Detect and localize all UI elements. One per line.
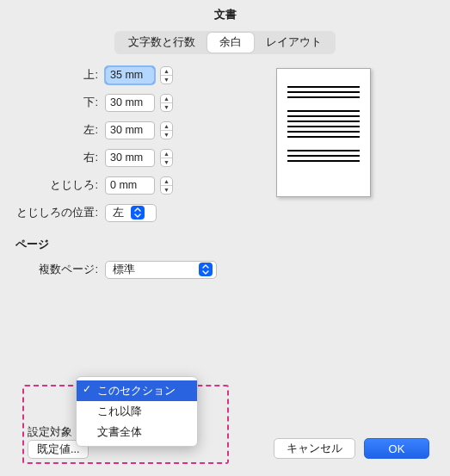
select-arrows-icon: [199, 263, 213, 276]
input-gutter[interactable]: 0 mm: [105, 176, 155, 195]
stepper-bottom[interactable]: ▲ ▼: [160, 94, 173, 112]
stepper-gutter[interactable]: ▲ ▼: [160, 176, 173, 195]
select-gutter-pos-value: 左: [113, 206, 124, 220]
input-bottom[interactable]: 30 mm: [105, 94, 155, 112]
ok-button[interactable]: OK: [364, 438, 429, 459]
input-right[interactable]: 30 mm: [105, 149, 155, 167]
dialog-title: 文書: [0, 0, 450, 31]
chevron-down-icon[interactable]: ▼: [161, 186, 172, 194]
cancel-button[interactable]: キャンセル: [274, 438, 355, 459]
chevron-down-icon[interactable]: ▼: [161, 131, 172, 139]
select-arrows-icon: [131, 206, 145, 219]
section-pages: ページ: [15, 237, 435, 252]
label-right: 右:: [15, 150, 105, 165]
select-gutter-pos[interactable]: 左: [105, 204, 157, 222]
stepper-right[interactable]: ▲ ▼: [160, 149, 173, 167]
label-gutter-pos: とじしろの位置:: [15, 205, 105, 220]
tab-margins[interactable]: 余白: [207, 33, 254, 53]
select-multi-page[interactable]: 標準: [105, 261, 217, 279]
content-area: 上: 35 mm ▲ ▼ 下: 30 mm ▲ ▼ 左:: [0, 65, 450, 280]
popup-item-from-here[interactable]: これ以降: [77, 401, 197, 422]
popup-item-this-section[interactable]: このセクション: [77, 380, 197, 401]
popup-item-whole-doc[interactable]: 文書全体: [77, 422, 197, 442]
page-preview: [276, 68, 371, 197]
chevron-up-icon[interactable]: ▲: [161, 177, 172, 186]
chevron-down-icon[interactable]: ▼: [161, 158, 172, 166]
chevron-up-icon[interactable]: ▲: [161, 150, 172, 158]
tab-bar: 文字数と行数 余白 レイアウト: [0, 31, 450, 54]
label-multi-page: 複数ページ:: [15, 262, 105, 277]
tab-chars[interactable]: 文字数と行数: [116, 33, 207, 53]
label-apply-to: 設定対象: [28, 424, 72, 440]
tab-layout[interactable]: レイアウト: [254, 33, 334, 53]
chevron-down-icon[interactable]: ▼: [161, 76, 172, 83]
chevron-up-icon[interactable]: ▲: [161, 95, 172, 103]
label-top: 上:: [15, 67, 105, 83]
chevron-up-icon[interactable]: ▲: [161, 122, 172, 131]
select-multi-page-value: 標準: [113, 263, 135, 277]
tab-segmented: 文字数と行数 余白 レイアウト: [114, 31, 336, 54]
label-bottom: 下:: [15, 95, 105, 110]
chevron-down-icon[interactable]: ▼: [161, 103, 172, 111]
stepper-left[interactable]: ▲ ▼: [160, 121, 173, 139]
input-left[interactable]: 30 mm: [105, 121, 155, 139]
stepper-top[interactable]: ▲ ▼: [160, 66, 173, 84]
label-gutter: とじしろ:: [15, 177, 105, 193]
apply-to-popup: このセクション これ以降 文書全体: [76, 376, 198, 447]
label-left: 左:: [15, 122, 105, 138]
input-top[interactable]: 35 mm: [105, 66, 155, 84]
chevron-up-icon[interactable]: ▲: [161, 67, 172, 76]
document-dialog: 文書 文字数と行数 余白 レイアウト 上: 35 mm ▲ ▼ 下:: [0, 0, 450, 476]
